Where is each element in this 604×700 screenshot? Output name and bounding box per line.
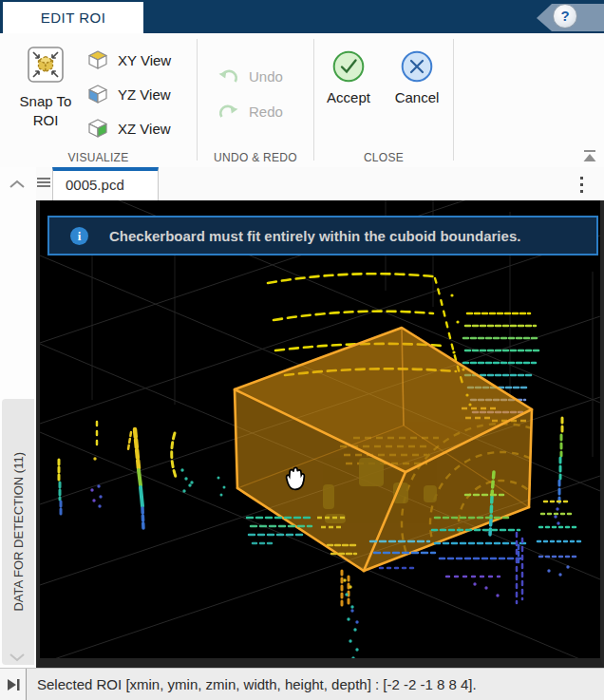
snap-to-roi-icon	[27, 46, 65, 84]
statusbar: Selected ROI [xmin, ymin, zmin, width, h…	[0, 668, 604, 700]
group-label-visualize: VISUALIZE	[0, 151, 197, 164]
ribbon-tab-edit-roi[interactable]: EDIT ROI	[3, 2, 143, 33]
cube-xy-icon	[86, 49, 109, 70]
xy-view-button[interactable]: XY View	[86, 47, 171, 72]
expand-panel-button[interactable]	[0, 669, 27, 700]
play-to-bar-icon	[6, 678, 21, 691]
accept-check-icon	[332, 50, 365, 83]
snap-to-roi-button[interactable]: Snap ToROI	[9, 46, 83, 130]
point-cloud-canvas[interactable]: i Checkerboard must fit entirely within …	[36, 200, 604, 668]
question-icon[interactable]: ?	[553, 4, 577, 28]
xy-view-label: XY View	[118, 52, 171, 68]
chevron-down-icon[interactable]	[9, 649, 26, 666]
left-rail: DATA FOR DETECTION (11)	[0, 167, 36, 668]
open-hand-cursor-icon	[287, 467, 305, 489]
document-tab-0005[interactable]: 0005.pcd	[52, 167, 159, 200]
cube-xz-icon	[86, 118, 109, 139]
app-window: EDIT ROI ?	[0, 0, 604, 700]
ribbon-tab-label: EDIT ROI	[41, 9, 106, 26]
accept-button[interactable]: Accept	[321, 50, 376, 105]
info-icon: i	[70, 227, 88, 245]
data-for-detection-label: DATA FOR DETECTION (11)	[11, 452, 26, 612]
undo-icon	[217, 66, 239, 85]
help-button[interactable]: ?	[537, 2, 604, 31]
ribbon-toolbar: Snap ToROI XY View YZ View	[0, 33, 604, 168]
data-for-detection-panel-tab[interactable]: DATA FOR DETECTION (11)	[2, 399, 34, 665]
document-menu-icon[interactable]	[580, 177, 583, 197]
redo-icon	[217, 102, 239, 121]
info-banner: i Checkerboard must fit entirely within …	[47, 216, 598, 255]
document-list-icon[interactable]	[37, 178, 50, 189]
chevron-up-icon[interactable]	[9, 176, 26, 193]
cube-yz-icon	[86, 84, 109, 104]
group-label-close: CLOSE	[314, 151, 453, 164]
toolbar-separator	[197, 39, 198, 161]
collapse-ribbon-button[interactable]	[581, 149, 598, 161]
toolbar-separator	[453, 39, 454, 161]
xz-view-button[interactable]: XZ View	[86, 116, 171, 141]
toolbar-separator	[313, 39, 314, 161]
redo-button[interactable]: Redo	[217, 99, 283, 123]
xz-view-label: XZ View	[118, 121, 171, 137]
collapse-ribbon-icon	[581, 150, 598, 162]
redo-label: Redo	[249, 104, 283, 120]
document-tabstrip: 0005.pcd	[36, 167, 604, 200]
status-text: Selected ROI [xmin, ymin, zmin, width, h…	[27, 669, 604, 700]
snap-to-roi-label: Snap ToROI	[20, 92, 72, 130]
info-banner-text: Checkerboard must fit entirely within th…	[109, 228, 520, 244]
ribbon-tabbar: EDIT ROI ?	[0, 0, 604, 33]
undo-button[interactable]: Undo	[217, 64, 283, 88]
yz-view-button[interactable]: YZ View	[86, 82, 171, 106]
cancel-button[interactable]: Cancel	[387, 50, 446, 105]
cancel-label: Cancel	[395, 89, 440, 105]
document-tab-label: 0005.pcd	[66, 177, 124, 193]
yz-view-label: YZ View	[118, 86, 171, 103]
point-cloud-scene[interactable]	[40, 200, 600, 658]
undo-label: Undo	[249, 68, 283, 85]
accept-label: Accept	[327, 89, 370, 105]
group-label-undo-redo: UNDO & REDO	[198, 151, 313, 164]
cancel-x-icon	[401, 50, 433, 83]
